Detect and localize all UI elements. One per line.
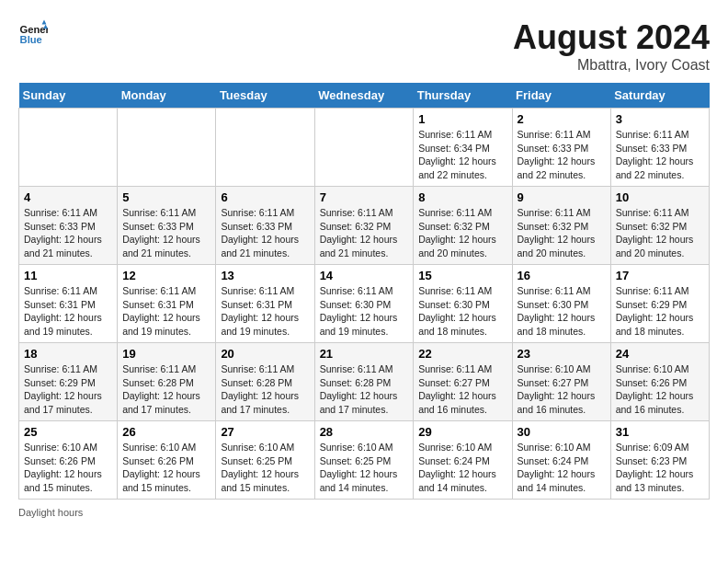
title-block: August 2024 Mbattra, Ivory Coast <box>513 18 710 74</box>
day-number: 2 <box>518 112 606 126</box>
day-number: 3 <box>616 112 704 126</box>
calendar-cell: 3Sunrise: 6:11 AM Sunset: 6:33 PM Daylig… <box>610 109 709 187</box>
calendar-cell: 6Sunrise: 6:11 AM Sunset: 6:33 PM Daylig… <box>216 187 314 265</box>
calendar-cell: 30Sunrise: 6:10 AM Sunset: 6:24 PM Dayli… <box>512 421 610 500</box>
day-number: 23 <box>518 347 606 361</box>
day-info: Sunrise: 6:10 AM Sunset: 6:26 PM Dayligh… <box>616 362 704 417</box>
day-info: Sunrise: 6:11 AM Sunset: 6:32 PM Dayligh… <box>518 206 606 260</box>
day-info: Sunrise: 6:11 AM Sunset: 6:28 PM Dayligh… <box>122 362 210 417</box>
day-number: 17 <box>616 269 704 282</box>
day-number: 18 <box>24 347 112 361</box>
day-number: 28 <box>320 425 409 439</box>
day-info: Sunrise: 6:11 AM Sunset: 6:33 PM Dayligh… <box>122 206 210 260</box>
day-number: 5 <box>122 190 210 204</box>
calendar-cell: 13Sunrise: 6:11 AM Sunset: 6:31 PM Dayli… <box>216 265 314 343</box>
calendar-cell <box>118 109 216 187</box>
day-number: 1 <box>418 112 506 126</box>
footer-text: Daylight hours <box>18 507 83 518</box>
calendar-cell: 21Sunrise: 6:11 AM Sunset: 6:28 PM Dayli… <box>314 343 414 421</box>
calendar-table: SundayMondayTuesdayWednesdayThursdayFrid… <box>18 83 710 500</box>
calendar-cell: 5Sunrise: 6:11 AM Sunset: 6:33 PM Daylig… <box>118 187 216 265</box>
day-info: Sunrise: 6:11 AM Sunset: 6:31 PM Dayligh… <box>24 284 112 339</box>
month-title: August 2024 <box>513 18 710 57</box>
day-info: Sunrise: 6:11 AM Sunset: 6:30 PM Dayligh… <box>518 284 606 339</box>
day-info: Sunrise: 6:11 AM Sunset: 6:28 PM Dayligh… <box>221 362 309 417</box>
calendar-cell: 15Sunrise: 6:11 AM Sunset: 6:30 PM Dayli… <box>414 265 512 343</box>
calendar-cell: 24Sunrise: 6:10 AM Sunset: 6:26 PM Dayli… <box>610 343 709 421</box>
day-number: 21 <box>320 347 409 361</box>
calendar-cell: 14Sunrise: 6:11 AM Sunset: 6:30 PM Dayli… <box>314 265 414 343</box>
day-number: 22 <box>418 347 506 361</box>
day-number: 31 <box>616 425 704 439</box>
location-title: Mbattra, Ivory Coast <box>513 57 710 74</box>
svg-text:General: General <box>20 24 48 35</box>
calendar-header-row: SundayMondayTuesdayWednesdayThursdayFrid… <box>19 83 710 109</box>
day-number: 8 <box>418 190 506 204</box>
day-info: Sunrise: 6:11 AM Sunset: 6:32 PM Dayligh… <box>418 206 506 260</box>
day-info: Sunrise: 6:10 AM Sunset: 6:26 PM Dayligh… <box>24 441 112 495</box>
calendar-cell: 19Sunrise: 6:11 AM Sunset: 6:28 PM Dayli… <box>118 343 216 421</box>
day-info: Sunrise: 6:11 AM Sunset: 6:32 PM Dayligh… <box>320 206 409 260</box>
day-info: Sunrise: 6:11 AM Sunset: 6:33 PM Dayligh… <box>24 206 112 260</box>
day-info: Sunrise: 6:10 AM Sunset: 6:24 PM Dayligh… <box>518 441 606 495</box>
day-number: 19 <box>122 347 210 361</box>
day-number: 25 <box>24 425 112 439</box>
day-info: Sunrise: 6:11 AM Sunset: 6:28 PM Dayligh… <box>320 362 409 417</box>
logo: General Blue <box>18 18 51 48</box>
calendar-cell: 7Sunrise: 6:11 AM Sunset: 6:32 PM Daylig… <box>314 187 414 265</box>
day-info: Sunrise: 6:11 AM Sunset: 6:33 PM Dayligh… <box>518 128 606 182</box>
day-info: Sunrise: 6:11 AM Sunset: 6:33 PM Dayligh… <box>221 206 309 260</box>
day-info: Sunrise: 6:09 AM Sunset: 6:23 PM Dayligh… <box>616 441 704 495</box>
day-number: 4 <box>24 190 112 204</box>
calendar-cell: 17Sunrise: 6:11 AM Sunset: 6:29 PM Dayli… <box>610 265 709 343</box>
day-number: 12 <box>122 269 210 282</box>
day-number: 15 <box>418 269 506 282</box>
calendar-day-header: Monday <box>118 83 216 109</box>
calendar-cell <box>19 109 118 187</box>
calendar-cell: 27Sunrise: 6:10 AM Sunset: 6:25 PM Dayli… <box>216 421 314 500</box>
day-info: Sunrise: 6:10 AM Sunset: 6:24 PM Dayligh… <box>418 441 506 495</box>
calendar-cell <box>216 109 314 187</box>
day-info: Sunrise: 6:10 AM Sunset: 6:26 PM Dayligh… <box>122 441 210 495</box>
calendar-cell: 29Sunrise: 6:10 AM Sunset: 6:24 PM Dayli… <box>414 421 512 500</box>
day-number: 13 <box>221 269 309 282</box>
day-number: 30 <box>518 425 606 439</box>
day-info: Sunrise: 6:10 AM Sunset: 6:25 PM Dayligh… <box>221 441 309 495</box>
day-info: Sunrise: 6:11 AM Sunset: 6:32 PM Dayligh… <box>616 206 704 260</box>
calendar-cell: 26Sunrise: 6:10 AM Sunset: 6:26 PM Dayli… <box>118 421 216 500</box>
calendar-cell: 31Sunrise: 6:09 AM Sunset: 6:23 PM Dayli… <box>610 421 709 500</box>
calendar-cell: 28Sunrise: 6:10 AM Sunset: 6:25 PM Dayli… <box>314 421 414 500</box>
calendar-day-header: Sunday <box>19 83 118 109</box>
calendar-day-header: Thursday <box>414 83 512 109</box>
day-number: 10 <box>616 190 704 204</box>
calendar-week-row: 18Sunrise: 6:11 AM Sunset: 6:29 PM Dayli… <box>19 343 710 421</box>
day-info: Sunrise: 6:11 AM Sunset: 6:30 PM Dayligh… <box>418 284 506 339</box>
calendar-cell: 20Sunrise: 6:11 AM Sunset: 6:28 PM Dayli… <box>216 343 314 421</box>
calendar-cell: 18Sunrise: 6:11 AM Sunset: 6:29 PM Dayli… <box>19 343 118 421</box>
day-info: Sunrise: 6:11 AM Sunset: 6:33 PM Dayligh… <box>616 128 704 182</box>
calendar-cell: 9Sunrise: 6:11 AM Sunset: 6:32 PM Daylig… <box>512 187 610 265</box>
day-number: 16 <box>518 269 606 282</box>
calendar-cell: 1Sunrise: 6:11 AM Sunset: 6:34 PM Daylig… <box>414 109 512 187</box>
day-number: 9 <box>518 190 606 204</box>
page-header: General Blue August 2024 Mbattra, Ivory … <box>18 18 710 74</box>
calendar-week-row: 1Sunrise: 6:11 AM Sunset: 6:34 PM Daylig… <box>19 109 710 187</box>
calendar-week-row: 25Sunrise: 6:10 AM Sunset: 6:26 PM Dayli… <box>19 421 710 500</box>
calendar-cell <box>314 109 414 187</box>
day-number: 7 <box>320 190 409 204</box>
logo-icon: General Blue <box>18 18 48 48</box>
day-number: 6 <box>221 190 309 204</box>
svg-text:Blue: Blue <box>20 34 42 45</box>
calendar-day-header: Friday <box>512 83 610 109</box>
day-number: 20 <box>221 347 309 361</box>
calendar-cell: 16Sunrise: 6:11 AM Sunset: 6:30 PM Dayli… <box>512 265 610 343</box>
calendar-cell: 23Sunrise: 6:10 AM Sunset: 6:27 PM Dayli… <box>512 343 610 421</box>
calendar-day-header: Wednesday <box>314 83 414 109</box>
calendar-week-row: 4Sunrise: 6:11 AM Sunset: 6:33 PM Daylig… <box>19 187 710 265</box>
day-number: 11 <box>24 269 112 282</box>
calendar-day-header: Tuesday <box>216 83 314 109</box>
day-info: Sunrise: 6:10 AM Sunset: 6:25 PM Dayligh… <box>320 441 409 495</box>
day-info: Sunrise: 6:11 AM Sunset: 6:31 PM Dayligh… <box>122 284 210 339</box>
svg-marker-2 <box>42 20 47 25</box>
calendar-week-row: 11Sunrise: 6:11 AM Sunset: 6:31 PM Dayli… <box>19 265 710 343</box>
